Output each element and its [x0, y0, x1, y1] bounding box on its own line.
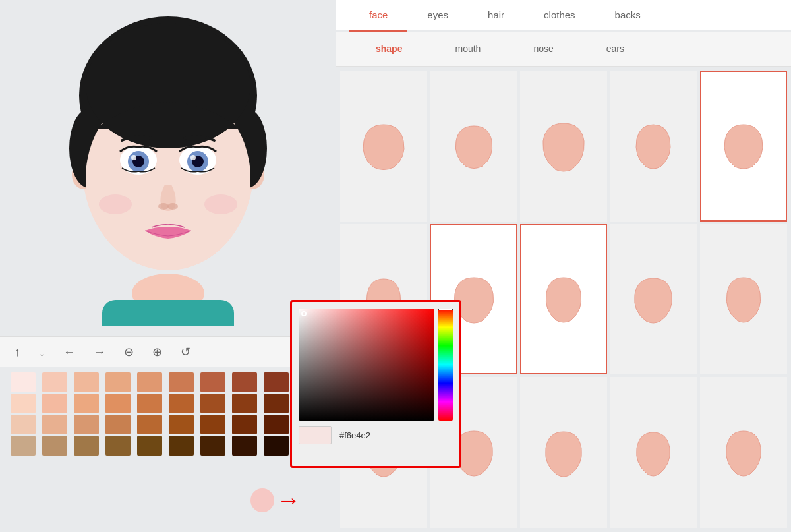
cat-tab-eyes[interactable]: eyes	[407, 0, 468, 32]
shape-cell[interactable]	[520, 224, 607, 375]
zoom-in-button[interactable]: ⊕	[148, 342, 166, 362]
color-preview	[299, 426, 332, 444]
arrow-circle	[250, 488, 274, 512]
color-gradient[interactable]	[299, 309, 434, 421]
color-swatch[interactable]	[264, 372, 289, 392]
zoom-out-button[interactable]: ⊖	[120, 342, 138, 362]
color-swatch[interactable]	[105, 415, 131, 434]
cat-tab-clothes[interactable]: clothes	[524, 0, 595, 32]
shape-cell[interactable]	[610, 377, 697, 528]
color-swatch[interactable]	[42, 372, 67, 392]
main-layout: ↑ ↓ ← → ⊖ ⊕ ↺ #f6e4e2	[0, 0, 791, 532]
color-swatch[interactable]	[232, 394, 257, 413]
color-swatch[interactable]	[11, 372, 36, 392]
color-swatch[interactable]	[137, 372, 162, 392]
svg-point-18	[158, 203, 169, 210]
color-swatch[interactable]	[232, 372, 257, 392]
color-swatch[interactable]	[169, 415, 194, 434]
color-swatch[interactable]	[105, 394, 131, 413]
color-swatch[interactable]	[200, 372, 225, 392]
color-swatch[interactable]	[264, 436, 289, 456]
avatar-svg	[30, 10, 307, 326]
hue-slider[interactable]	[438, 309, 453, 421]
color-picker-popup: #f6e4e2	[290, 300, 461, 468]
color-swatch[interactable]	[137, 436, 162, 456]
color-swatch[interactable]	[169, 394, 194, 413]
gradient-indicator	[301, 311, 307, 316]
shape-cell[interactable]	[520, 377, 607, 528]
sub-tabs: shapemouthnoseears	[336, 32, 791, 67]
svg-rect-1	[102, 300, 234, 326]
color-swatch[interactable]	[11, 394, 36, 413]
color-swatch[interactable]	[137, 415, 162, 434]
reset-button[interactable]: ↺	[177, 342, 194, 362]
shape-cell[interactable]	[610, 71, 697, 222]
arrow-indicator: →	[250, 488, 301, 512]
move-down-button[interactable]: ↓	[35, 343, 49, 362]
color-swatch[interactable]	[200, 394, 225, 413]
color-swatch[interactable]	[264, 394, 289, 413]
hue-indicator	[438, 309, 453, 310]
color-swatch[interactable]	[200, 436, 225, 456]
color-swatch[interactable]	[74, 436, 99, 456]
shape-cell[interactable]	[520, 71, 607, 222]
move-left-button[interactable]: ←	[59, 343, 79, 362]
hex-value: #f6e4e2	[337, 429, 453, 442]
shape-cell[interactable]	[430, 71, 517, 222]
cat-tab-hair[interactable]: hair	[468, 0, 524, 32]
color-swatch[interactable]	[105, 372, 131, 392]
color-swatch[interactable]	[74, 372, 99, 392]
color-swatch[interactable]	[42, 394, 67, 413]
move-up-button[interactable]: ↑	[11, 343, 24, 362]
move-right-button[interactable]: →	[90, 343, 109, 362]
cat-tab-face[interactable]: face	[349, 0, 407, 32]
sub-tab-nose[interactable]: nose	[507, 38, 579, 59]
svg-point-16	[131, 155, 136, 160]
color-swatch[interactable]	[11, 436, 36, 456]
color-swatch[interactable]	[169, 372, 194, 392]
svg-point-20	[99, 194, 132, 214]
shape-cell[interactable]	[610, 224, 697, 375]
sub-tab-shape[interactable]: shape	[349, 38, 428, 59]
svg-point-17	[190, 155, 196, 160]
shape-cell[interactable]	[700, 71, 787, 222]
cat-tab-backs[interactable]: backs	[595, 0, 660, 32]
color-swatch[interactable]	[137, 394, 162, 413]
color-swatch[interactable]	[232, 436, 257, 456]
color-swatch[interactable]	[11, 415, 36, 434]
sub-tab-ears[interactable]: ears	[580, 38, 651, 59]
picker-bottom: #f6e4e2	[299, 426, 453, 444]
color-swatch[interactable]	[200, 415, 225, 434]
svg-point-21	[204, 194, 237, 214]
color-swatch[interactable]	[169, 436, 194, 456]
shape-cell[interactable]	[700, 224, 787, 375]
category-tabs: faceeyeshairclothesbacks	[336, 0, 791, 32]
avatar-area	[0, 0, 336, 336]
svg-point-9	[86, 23, 250, 148]
picker-main	[299, 309, 453, 421]
left-panel: ↑ ↓ ← → ⊖ ⊕ ↺ #f6e4e2	[0, 0, 336, 532]
sub-tab-mouth[interactable]: mouth	[428, 38, 507, 59]
shape-cell[interactable]	[700, 377, 787, 528]
color-swatch[interactable]	[42, 436, 67, 456]
color-swatch[interactable]	[74, 415, 99, 434]
svg-point-19	[167, 203, 178, 210]
color-swatch[interactable]	[105, 436, 131, 456]
color-swatch[interactable]	[232, 415, 257, 434]
color-palette	[0, 367, 336, 461]
color-swatch[interactable]	[74, 394, 99, 413]
arrow-right-icon: →	[277, 488, 301, 512]
controls-bar: ↑ ↓ ← → ⊖ ⊕ ↺	[0, 336, 336, 367]
color-swatch[interactable]	[42, 415, 67, 434]
shape-cell[interactable]	[340, 71, 427, 222]
color-swatch[interactable]	[264, 415, 289, 434]
